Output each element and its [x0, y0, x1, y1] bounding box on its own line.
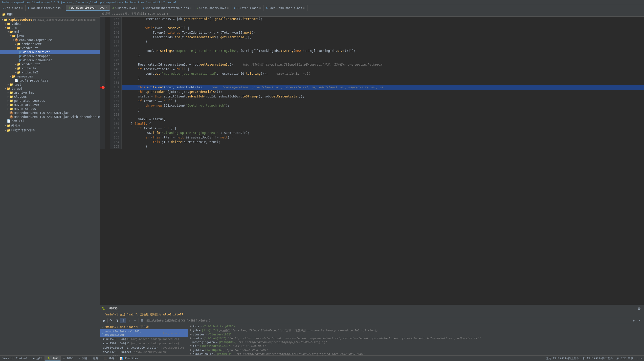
tab-close-cluster[interactable]: × — [259, 7, 261, 9]
frame-f5[interactable]: doAs:422, Subject(javax.security.auth) — [100, 350, 188, 354]
tab-cluster[interactable]: CCluster.class× — [231, 5, 263, 11]
line-content-148[interactable]: if (reservationId != null) { — [121, 67, 644, 71]
line-content-145[interactable]: } — [121, 53, 644, 58]
resume-btn[interactable]: ▶ — [101, 318, 107, 323]
tab-usergroupinfo[interactable]: CUserGroupInformation.class× — [140, 5, 194, 11]
sidebar-item-maven-archiver[interactable]: ▶📁maven-archiver — [0, 103, 100, 107]
tab-close-wordcountdriver[interactable]: × — [105, 6, 107, 9]
sidebar-item-generated-sources[interactable]: ▶📁generated-sources — [0, 99, 100, 103]
sidebar-item-wordcountdriver[interactable]: CWordCountDriver — [0, 50, 100, 54]
bottom-tab-run[interactable]: ▶ 运行 — [30, 356, 45, 361]
sidebar-item-com_root[interactable]: ▼📦com.root.mapreduce — [0, 38, 100, 42]
sidebar-item-archive-tmp[interactable]: ▶📁archive-tmp — [0, 91, 100, 95]
step-out-btn[interactable]: ↑ — [126, 318, 132, 323]
force-step-into-btn[interactable]: ⬇ — [120, 318, 126, 323]
frame-f1[interactable]: ▶submitJobInternal:245, JobSubmitter(org… — [100, 329, 188, 337]
var-jobId[interactable]: ▶jobId = {JobID@2345} "job_local74678308… — [188, 348, 644, 352]
debug-tab-debugger[interactable]: 调试器 — [107, 306, 120, 311]
frame-f3[interactable]: run:1567, Job$11(org.apache.hadoop.mapre… — [100, 341, 188, 346]
tab-close-job[interactable]: × — [21, 7, 23, 9]
line-content-153[interactable]: this.printTokens(jobId, job.getCredentia… — [121, 90, 644, 94]
line-content-163[interactable]: if (this.jtFs != null && submitJobDir !=… — [121, 135, 644, 140]
var-jobStagingArea[interactable]: jobStagingArea = {Path@1882} "file:/tmp/… — [188, 340, 644, 344]
breadcrumb-org[interactable]: org — [69, 1, 74, 4]
line-content-162[interactable]: LOG.info("Cleaning up the staging area "… — [121, 131, 644, 135]
expand-btn[interactable]: + — [631, 318, 636, 323]
tab-close-jobsubmitter[interactable]: × — [62, 7, 63, 9]
var-job[interactable]: ▶job = {Job@1527} 方法抛出'java.lang.Illegal… — [188, 328, 644, 333]
bottom-tab-todo[interactable]: ☑ TODO — [61, 356, 76, 361]
breadcrumb-jobsubmitter[interactable]: JobSubmitter — [124, 1, 144, 4]
tab-classloader[interactable]: JClassLoader.java× — [194, 5, 231, 11]
tab-close-classloader[interactable]: × — [227, 7, 229, 9]
tab-jobsubmitter[interactable]: CJobSubmitter.class× — [26, 5, 66, 11]
line-content-159[interactable]: var25 = status; — [121, 117, 644, 122]
sidebar-item-external-lib[interactable]: ▶📁外部库 — [0, 123, 100, 128]
line-content-143[interactable] — [121, 44, 644, 49]
line-content-144[interactable]: conf.setStrings("mapreduce.job.token.tra… — [121, 49, 644, 53]
bottom-tab-terminal[interactable]: ⬛ 终端 — [101, 356, 117, 361]
breadcrumb-apache[interactable]: apache — [78, 1, 88, 4]
breadcrumb-jar[interactable]: hadoop-mapreduce-client-core-3.1.3.jar — [2, 1, 66, 4]
tab-wordcountdriver[interactable]: JWordCountDriver.java× — [66, 5, 110, 11]
sidebar-item-test[interactable]: ▶📁test — [0, 83, 100, 87]
breadcrumb-method[interactable]: submitJobInternal — [148, 1, 177, 4]
line-content-149[interactable]: conf.set("mapreduce.job.reservation.id",… — [121, 71, 644, 76]
sidebar-item-writable2[interactable]: ▶📁writable2 — [0, 70, 100, 74]
var-ip[interactable]: ▶ip = {Inet4Address@2327} "浮sir/192.168.… — [188, 344, 644, 348]
sidebar-item-src[interactable]: ▼📂src — [0, 26, 100, 30]
sidebar-item-snapshot-jar-dep[interactable]: 📦MapReduceDemo-1.0-SNAPSHOT-jar-with-dep… — [0, 115, 100, 119]
sidebar-item-target[interactable]: ▼📂target — [0, 87, 100, 91]
sidebar-item-wordcount2[interactable]: ▶📁wordcount2 — [0, 62, 100, 66]
sidebar-item-pom[interactable]: 📄pom.xml — [0, 119, 100, 123]
line-content-154[interactable]: status = this.submitClient.submitJob(job… — [121, 94, 644, 99]
line-content-147[interactable]: ReservationId reservationId = job.getRes… — [121, 62, 644, 67]
line-content-164[interactable]: this.jtFs.delete(submitJobDir, true); — [121, 140, 644, 144]
run-to-cursor-btn[interactable]: → — [132, 318, 138, 323]
line-content-150[interactable]: } — [121, 76, 644, 81]
line-content-138[interactable] — [121, 21, 644, 26]
sidebar-item-snapshot-jar[interactable]: 📦MapReduceDemo-1.0-SNAPSHOT.jar — [0, 111, 100, 115]
status-close[interactable]: × — [640, 357, 642, 360]
sidebar-item-main[interactable]: ▼📂main — [0, 30, 100, 34]
line-content-158[interactable] — [121, 112, 644, 117]
sidebar-item-writable[interactable]: ▶📁writable — [0, 66, 100, 70]
line-content-137[interactable]: Iterator var15 = job.getCredentials().ge… — [121, 17, 644, 21]
code-container[interactable]: 137 Iterator var15 = job.getCredentials(… — [100, 17, 644, 305]
var-submitJobDir[interactable]: ▶submitJobDir = {Path@2353} "file:/tmp/h… — [188, 352, 644, 355]
sidebar-item-temp-files[interactable]: ▶📁临时文件和控制台 — [0, 128, 100, 133]
sidebar-item-idea[interactable]: ▶📁.idea — [0, 22, 100, 26]
bottom-tab-version[interactable]: Version Control — [0, 356, 30, 361]
tab-localjobrunner[interactable]: CLocalJobRunner.class× — [263, 5, 307, 11]
bottom-tab-problems[interactable]: ⚠ 问题 — [76, 356, 90, 361]
sidebar-item-maven-status[interactable]: ▶📁maven-status — [0, 107, 100, 111]
sidebar-item-classes[interactable]: ▶📁classes — [0, 95, 100, 99]
line-content-152[interactable]: this.writeConf(conf, submitJobFile); con… — [121, 85, 644, 90]
tab-close-usergroupinfo[interactable]: × — [190, 7, 191, 9]
var-cluster[interactable]: ▶cluster = {Cluster@1882} — [188, 333, 644, 336]
line-content-141[interactable]: trackingIds.add(t.decodeIdentifier().get… — [121, 35, 644, 39]
sidebar-item-log4j[interactable]: 📄log4j.properties — [0, 78, 100, 83]
line-content-142[interactable]: } — [121, 39, 644, 44]
breadcrumb-mapreduce[interactable]: mapreduce — [106, 1, 121, 4]
sidebar-item-resources[interactable]: ▼📂resources — [0, 74, 100, 78]
evaluate-btn[interactable]: ⊞ — [139, 318, 145, 323]
line-content-161[interactable]: if (status == null) { — [121, 126, 644, 131]
sidebar-item-java[interactable]: ▼📂java — [0, 34, 100, 38]
debug-settings-btn[interactable]: ⚙ — [636, 306, 642, 311]
bottom-tab-profiler[interactable]: 📊 Profiler — [117, 356, 141, 361]
tab-subject[interactable]: JSubject.java× — [110, 5, 140, 11]
step-over-btn[interactable]: ↷ — [108, 318, 114, 323]
bottom-tab-services[interactable]: 服务 — [90, 356, 101, 361]
line-content-165[interactable]: } — [121, 144, 644, 149]
tab-close-subject[interactable]: × — [136, 7, 138, 9]
frame-f4[interactable]: doPrivileged:-1, AccessController(java.s… — [100, 346, 188, 350]
breadcrumb-hadoop[interactable]: hadoop — [92, 1, 102, 4]
line-content-139[interactable]: while(var15.hasNext()) { — [121, 26, 644, 30]
line-content-155[interactable]: if (status == null) { — [121, 99, 644, 103]
sidebar-item-wordcountmapper[interactable]: CWordCountMapper — [0, 54, 100, 58]
sidebar-item-combinetext[interactable]: ▶📁combineText — [0, 42, 100, 46]
line-content-156[interactable]: throw new IOException("Could not launch … — [121, 103, 644, 108]
line-content-157[interactable]: } — [121, 108, 644, 112]
frame-f2[interactable]: run:1570, Job$11(org.apache.hadoop.mapre… — [100, 337, 188, 341]
